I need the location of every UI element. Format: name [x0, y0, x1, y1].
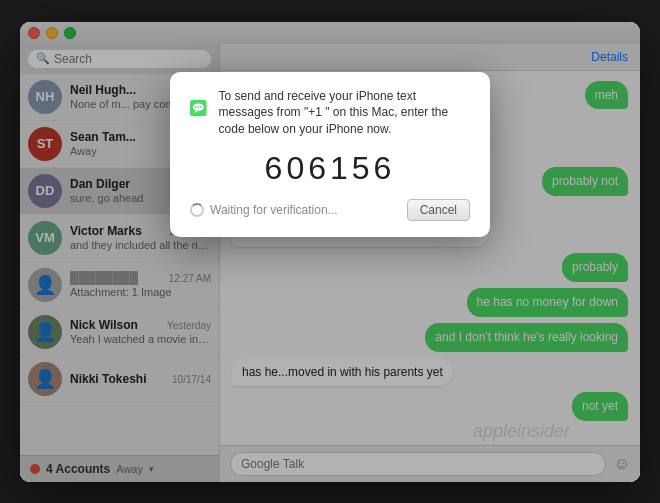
modal-footer: Waiting for verification... Cancel — [190, 199, 470, 221]
svg-point-4 — [200, 106, 202, 108]
waiting-text: Waiting for verification... — [210, 203, 338, 217]
spinner-icon — [190, 203, 204, 217]
app-window: 🔍 NH Neil Hugh... None of m... pay comp.… — [20, 22, 640, 482]
modal-title: To send and receive your iPhone text mes… — [219, 88, 470, 138]
modal-overlay: To send and receive your iPhone text mes… — [20, 22, 640, 482]
verification-modal: To send and receive your iPhone text mes… — [170, 72, 490, 237]
modal-waiting: Waiting for verification... — [190, 203, 338, 217]
modal-header: To send and receive your iPhone text mes… — [190, 88, 470, 138]
modal-code: 606156 — [190, 150, 470, 187]
cancel-button[interactable]: Cancel — [407, 199, 470, 221]
svg-point-3 — [197, 106, 199, 108]
messages-icon — [190, 88, 207, 128]
svg-point-2 — [195, 106, 197, 108]
